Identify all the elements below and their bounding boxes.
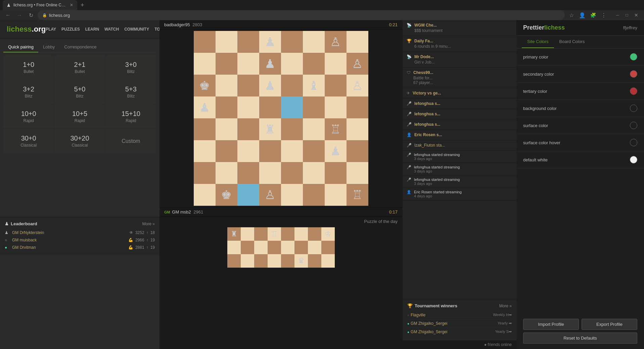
import-profile-button[interactable]: Import Profile — [523, 319, 579, 330]
tab-quick-pairing[interactable]: Quick pairing — [3, 42, 38, 52]
stream-entry-le-3d-3[interactable]: 🎤 lefonghua started streaming 3 days ago — [403, 176, 516, 188]
new-tab-button[interactable]: + — [78, 2, 87, 9]
reload-button[interactable]: ↻ — [26, 10, 36, 20]
pairing-cell-30-0[interactable]: 30+0 Classical — [3, 129, 54, 153]
nav-tools[interactable]: TOOLS — [154, 27, 159, 32]
browser-chrome: ♟ lichess.org • Free Online Chess ✕ + ← … — [0, 0, 644, 20]
tournament-row-3[interactable]: ● GM Zhigalko_Sergei Yearly S➡ — [407, 328, 512, 336]
pairing-type: Classical — [57, 143, 102, 148]
sq-f2 — [303, 162, 325, 184]
pairing-time: 10+0 — [6, 110, 51, 118]
sq-c5 — [237, 96, 259, 118]
color-circle-secondary[interactable] — [630, 70, 637, 78]
tab-close-icon[interactable]: ✕ — [70, 3, 73, 7]
lb-rating-icon-3: 💪 — [128, 245, 133, 250]
extension-button[interactable]: 🧩 — [588, 10, 598, 20]
stream-icon-chess: 🛡 — [407, 70, 411, 85]
tournament-row-2[interactable]: ● GM Zhigalko_Sergei Yearly ➡ — [407, 319, 512, 328]
minimize-button[interactable]: ─ — [613, 11, 622, 20]
color-circle-surface[interactable] — [630, 122, 637, 129]
stream-title-daily: Daily Fa... — [414, 39, 451, 43]
stream-entry-victory[interactable]: ✈ Victory vs ge... — [403, 88, 516, 99]
stream-icon-le-3d-3: 🎤 — [407, 178, 411, 186]
pairing-cell-10-5[interactable]: 10+5 Rapid — [54, 105, 105, 128]
tab-lobby[interactable]: Lobby — [38, 42, 59, 52]
sq-g6 — [325, 75, 347, 96]
stream-entry-izak[interactable]: 🎤 Izak_Fiuton sta... — [403, 140, 516, 151]
leaderboard-more[interactable]: More » — [142, 222, 155, 226]
lichess-header: lichess.org PLAY PUZZLES LEARN WATCH COM… — [0, 20, 159, 39]
bookmark-button[interactable]: ☆ — [567, 10, 576, 20]
address-bar[interactable]: 🔒 lichess.org — [38, 10, 565, 20]
pairing-cell-3-0[interactable]: 3+0 Blitz — [106, 55, 156, 79]
lock-icon: 🔒 — [42, 13, 47, 17]
lb-badge-2: ○ — [5, 238, 10, 242]
menu-button[interactable]: ⋮ — [599, 10, 608, 20]
action-buttons: Import Profile Export Profile Reset to D… — [516, 313, 644, 349]
color-circle-surface-hover[interactable] — [630, 139, 637, 146]
pairing-time: 1+0 — [6, 61, 51, 69]
stream-entry-le-3d-1[interactable]: 🎤 lefonghua started streaming 3 days ago — [403, 151, 516, 163]
active-tab[interactable]: ♟ lichess.org • Free Online Chess ✕ — [3, 0, 77, 10]
pairing-time: 5+0 — [57, 85, 102, 93]
sq-h1: ♖ — [347, 184, 368, 206]
nav-community[interactable]: COMMUNITY — [124, 27, 149, 32]
stream-entry-mr[interactable]: 📡 Mr Dode... Giri v Job... — [403, 52, 516, 68]
close-button[interactable]: ✕ — [632, 11, 641, 20]
tab-correspondence[interactable]: Correspondence — [59, 42, 101, 52]
tab-board-colors[interactable]: Board Colors — [554, 36, 590, 48]
forward-button[interactable]: → — [15, 10, 24, 20]
stream-title-le-3d-2: lefonghua started streaming — [414, 165, 460, 169]
pairing-cell-2-1[interactable]: 2+1 Bullet — [54, 55, 105, 79]
puzzle-board: ♜ ♖ ♔ — [227, 227, 335, 348]
reset-defaults-button[interactable]: Reset to Defaults — [523, 333, 637, 344]
lb-row-2[interactable]: ○ GM muisback 💪 2966 ↑ 19 — [5, 236, 155, 244]
tournament-more[interactable]: More » — [499, 304, 512, 308]
puzzle-label: Puzzle of the day — [159, 217, 402, 226]
color-circle-primary[interactable] — [630, 53, 637, 61]
sq-b6 — [216, 75, 237, 96]
tournament-row-1[interactable]: ○ Flagville Weekly H➡ — [407, 311, 512, 319]
lb-rating-icon-2: 💪 — [128, 238, 133, 242]
pairing-cell-5-3[interactable]: 5+3 Blitz — [106, 80, 156, 104]
back-button[interactable]: ← — [3, 10, 13, 20]
stream-entry-le1[interactable]: 🎤 lefonghua s... — [403, 99, 516, 109]
sq-e4 — [281, 118, 303, 140]
stream-entry-eric-4d[interactable]: 👤 Eric Rosen started streaming 4 days ag… — [403, 188, 516, 200]
bottom-player-bar: GM GM msb2 2961 0:17 — [159, 207, 402, 217]
sq-h3 — [347, 140, 368, 162]
nav-learn[interactable]: LEARN — [85, 27, 99, 32]
profile-button[interactable]: 👤 — [578, 10, 587, 20]
pairing-cell-3-2[interactable]: 3+2 Blitz — [3, 80, 54, 104]
pairing-cell-5-0[interactable]: 5+0 Blitz — [54, 80, 105, 104]
nav-play[interactable]: PLAY — [46, 27, 56, 32]
stream-icon-izak: 🎤 — [407, 143, 412, 148]
sq-g7 — [325, 53, 347, 75]
stream-entry-eric[interactable]: 👤 Eric Rosen s... — [403, 130, 516, 140]
color-circle-default-white[interactable] — [630, 156, 637, 163]
stream-title-le3: lefonghua s... — [414, 122, 440, 127]
pairing-cell-1-0[interactable]: 1+0 Bullet — [3, 55, 54, 79]
stream-entry-daily[interactable]: 🏆 Daily Fa... 6 rounds in 9 minu... — [403, 36, 516, 52]
lb-row-1[interactable]: ♟ GM DrNykterstein 👁 3252 ↑ 18 — [5, 229, 155, 236]
stream-entry-chess[interactable]: 🛡 Chess99... Battle for...67 player... — [403, 68, 516, 88]
tab-site-colors[interactable]: Site Colors — [522, 36, 554, 48]
nav-watch[interactable]: WATCH — [104, 27, 119, 32]
export-profile-button[interactable]: Export Profile — [582, 319, 637, 330]
nav-puzzles[interactable]: PUZZLES — [61, 27, 80, 32]
lb-row-3[interactable]: ● GM Drvitman 💪 2881 ↑ 19 — [5, 244, 155, 251]
lichess-nav: PLAY PUZZLES LEARN WATCH COMMUNITY TOOLS — [46, 27, 159, 32]
pairing-cell-30-20[interactable]: 30+20 Classical — [54, 129, 105, 153]
restore-button[interactable]: □ — [623, 11, 631, 20]
color-circle-background[interactable] — [630, 105, 637, 112]
pairing-cell-10-0[interactable]: 10+0 Rapid — [3, 105, 54, 128]
stream-entry-le-3d-2[interactable]: 🎤 lefonghua started streaming 3 days ago — [403, 163, 516, 176]
pairing-cell-custom[interactable]: Custom — [106, 129, 156, 153]
stream-icon-le3: 🎤 — [407, 122, 412, 127]
pairing-cell-15-10[interactable]: 15+10 Rapid — [106, 105, 156, 128]
stream-entry-le2[interactable]: 🎤 lefonghua s... — [403, 109, 516, 119]
color-circle-tertiary[interactable] — [630, 87, 637, 95]
stream-icon-eric-4d: 👤 — [407, 190, 411, 198]
stream-entry-le3[interactable]: 🎤 lefonghua s... — [403, 119, 516, 130]
stream-entry-wgm[interactable]: 📡 WGM Che... $$$ tournament — [403, 20, 516, 36]
